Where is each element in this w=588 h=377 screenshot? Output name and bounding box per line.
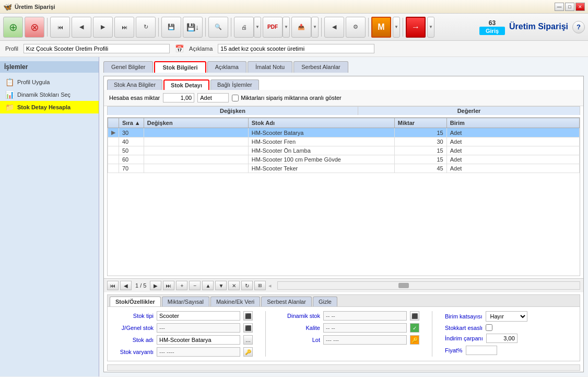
- search-button[interactable]: 🔍: [208, 17, 228, 38]
- back-button[interactable]: ◀: [324, 17, 344, 38]
- nav-bar: ⏮ ◀ 1 / 5 ▶ ⏭ + − ▲ ▼ ✕ ↻ ⊞ ◂: [104, 278, 583, 292]
- save-button[interactable]: 💾: [161, 17, 181, 38]
- export-dropdown-button[interactable]: ▼: [311, 17, 319, 38]
- fiyat-yuzde-input[interactable]: [466, 346, 497, 355]
- j-genel-stok-btn[interactable]: ⬛: [243, 323, 253, 333]
- exit-dropdown-button[interactable]: ▼: [427, 17, 434, 38]
- module-button[interactable]: M: [371, 17, 391, 38]
- prev-button[interactable]: ◀: [72, 17, 91, 38]
- bottom-tab-stok[interactable]: Stok/Özellikler: [110, 296, 161, 306]
- tab-stok-bilgileri[interactable]: Stok Bilgileri: [154, 61, 206, 73]
- dinamik-stok-btn[interactable]: ⬛: [410, 311, 419, 321]
- table-row[interactable]: ▶ 30 HM-Scooter Batarya 15 Adet: [108, 128, 580, 138]
- delete-button[interactable]: ⊗: [25, 17, 44, 38]
- export-button[interactable]: 📤: [291, 17, 311, 38]
- lot-input[interactable]: --- ---: [323, 335, 407, 345]
- bottom-tab-makine[interactable]: Makine/Ek Veri: [210, 296, 260, 306]
- miktar-unit-input[interactable]: [197, 93, 229, 102]
- nav-remove[interactable]: −: [189, 281, 201, 290]
- bottom-tab-gizle[interactable]: Gizle: [313, 296, 337, 306]
- maximize-button[interactable]: □: [565, 3, 574, 11]
- stok-adi-input[interactable]: HM-Scooter Batarya: [157, 335, 240, 345]
- nav-grid[interactable]: ⊞: [254, 281, 266, 290]
- tab-serbest-alanlar[interactable]: Serbest Alanlar: [293, 61, 348, 73]
- kalite-input[interactable]: -- --: [323, 323, 407, 333]
- row-degisken: [144, 164, 248, 173]
- dinamik-stok-row: Dinamik stok -- -- ⬛: [278, 311, 419, 321]
- table-container: Sıra ▲ Değişken Stok Adı Miktar Birim ▶ …: [107, 117, 580, 276]
- print-dropdown-button[interactable]: ▼: [254, 17, 261, 38]
- miktar-input[interactable]: [163, 93, 194, 102]
- table-row[interactable]: 70 HM-Scooter Teker 45 Adet: [108, 164, 580, 173]
- app-title: Üretim Siparişi: [509, 21, 568, 32]
- bottom-tab-serbest[interactable]: Serbest Alanlar: [261, 296, 312, 306]
- aciklama-input[interactable]: [218, 44, 374, 53]
- sub-tab-bagli[interactable]: Bağlı İşlemler: [210, 79, 259, 90]
- close-button[interactable]: ✕: [575, 3, 585, 11]
- dinamik-stok-input[interactable]: -- --: [323, 311, 407, 321]
- nav-next[interactable]: ▶: [150, 281, 161, 290]
- nav-cancel[interactable]: ✕: [228, 281, 240, 290]
- minimize-button[interactable]: —: [555, 3, 564, 11]
- save2-button[interactable]: 💾↓: [183, 17, 203, 38]
- col-degisken[interactable]: Değişken: [144, 118, 248, 128]
- title-bar-controls[interactable]: — □ ✕: [555, 3, 585, 11]
- nav-prev[interactable]: ◀: [120, 281, 132, 290]
- kalite-btn[interactable]: ✓: [410, 323, 419, 333]
- sidebar-item-dinamik-stoklar[interactable]: 📊 Dinamik Stokları Seç: [0, 88, 99, 101]
- stok-tipi-input[interactable]: Scooter: [157, 311, 240, 321]
- settings-button[interactable]: ⚙: [346, 17, 366, 38]
- col-miktar[interactable]: Miktar: [394, 118, 446, 128]
- stok-adi-btn[interactable]: …: [243, 335, 253, 345]
- help-button[interactable]: ?: [572, 21, 585, 33]
- miktar-checkbox[interactable]: [232, 95, 239, 101]
- next-button[interactable]: ▶: [93, 17, 113, 38]
- first-button[interactable]: ⏮: [50, 17, 70, 38]
- pdf-button[interactable]: PDF: [263, 17, 283, 38]
- nav-down[interactable]: ▼: [215, 281, 227, 290]
- table-row[interactable]: 40 HM-Scooter Fren 30 Adet: [108, 138, 580, 146]
- stok-varyanti-btn[interactable]: 🔑: [243, 347, 253, 357]
- bottom-tab-miktar[interactable]: Miktar/Sayısal: [162, 296, 209, 306]
- profile-input[interactable]: [23, 44, 170, 53]
- nav-up[interactable]: ▲: [202, 281, 214, 290]
- sub-tab-stok-ana[interactable]: Stok Ana Bilgiler: [107, 79, 162, 90]
- pdf-dropdown-button[interactable]: ▼: [283, 17, 290, 38]
- stok-tipi-btn[interactable]: ⬛: [243, 311, 253, 321]
- tab-imalat-notu[interactable]: İmalat Notu: [248, 61, 292, 73]
- indirim-carpani-input[interactable]: [486, 334, 518, 343]
- sidebar-item-stok-detay[interactable]: 📁 Stok Detay Hesapla: [0, 101, 99, 113]
- row-degisken: [144, 155, 248, 164]
- j-genel-stok-input[interactable]: ---: [157, 323, 240, 333]
- toolbar-right: 63 Giriş Üretim Siparişi ?: [479, 19, 585, 35]
- print-button[interactable]: 🖨: [234, 17, 254, 38]
- table-row[interactable]: 50 HM-Scooter Ön Lamba 15 Adet: [108, 146, 580, 155]
- h-scrollbar[interactable]: [107, 364, 580, 371]
- module-dropdown-button[interactable]: ▼: [393, 17, 400, 38]
- nav-refresh[interactable]: ↻: [241, 281, 253, 290]
- tab-genel-bilgiler[interactable]: Genel Bilgiler: [103, 61, 153, 73]
- add-button[interactable]: ⊕: [3, 17, 23, 38]
- col-birim[interactable]: Birim: [446, 118, 579, 128]
- row-indicator: [108, 164, 119, 173]
- row-stok-adi: HM-Scooter Ön Lamba: [248, 146, 394, 155]
- row-birim: Adet: [446, 146, 579, 155]
- stokkart-esasli-checkbox[interactable]: [486, 324, 492, 331]
- birim-katsayisi-select[interactable]: Hayır: [486, 311, 527, 322]
- tab-aciklama[interactable]: Açıklama: [207, 61, 246, 73]
- miktar-bar: Hesaba esas miktar Miktarları sipariş mi…: [104, 90, 583, 106]
- exit-button[interactable]: →: [406, 17, 426, 38]
- refresh-button[interactable]: ↻: [136, 17, 156, 38]
- sidebar-item-profil-uygula[interactable]: 📋 Profil Uygula: [0, 76, 99, 88]
- col-sira[interactable]: Sıra ▲: [119, 118, 144, 128]
- nav-last[interactable]: ⏭: [163, 281, 174, 290]
- col-stok-adi[interactable]: Stok Adı: [248, 118, 394, 128]
- nav-add[interactable]: +: [176, 281, 187, 290]
- sub-tab-stok-detayi[interactable]: Stok Detayı: [163, 79, 209, 90]
- nav-scrollbar[interactable]: [277, 281, 580, 290]
- last-button[interactable]: ⏭: [114, 17, 134, 38]
- lot-btn[interactable]: 🔑: [410, 335, 419, 345]
- profile-bar: Profil 📅 Açıklama: [0, 41, 588, 57]
- table-row[interactable]: 60 HM-Scooter 100 cm Pembe Gövde 15 Adet: [108, 155, 580, 164]
- nav-first[interactable]: ⏮: [107, 281, 119, 290]
